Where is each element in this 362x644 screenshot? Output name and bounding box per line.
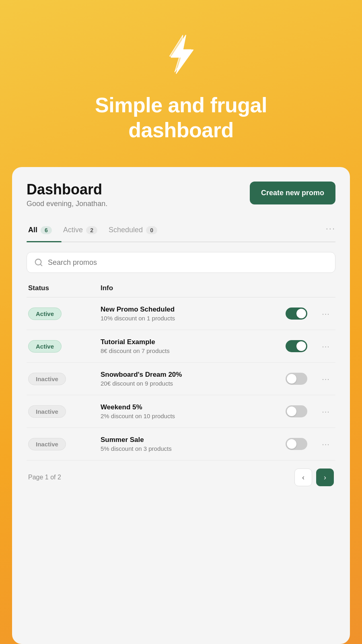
card-title: Dashboard [27, 182, 107, 198]
promo-row: Inactive Summer Sale 5% discount on 3 pr… [27, 428, 335, 460]
col-toggle-header [286, 284, 318, 292]
toggle-knob [287, 439, 296, 449]
prev-page-button[interactable]: ‹ [294, 469, 312, 486]
promo-list: Active New Promo Scheduled 10% discount … [27, 297, 335, 460]
tab-all-label: All [28, 226, 37, 234]
search-icon [34, 258, 43, 267]
promo-info: Summer Sale 5% discount on 3 products [101, 436, 286, 452]
promo-status-badge: Inactive [28, 438, 101, 450]
status-badge: Active [28, 340, 62, 353]
status-badge: Inactive [28, 373, 66, 385]
pagination-label: Page 1 of 2 [28, 474, 61, 481]
col-actions-header [318, 284, 334, 292]
promo-status-badge: Inactive [28, 405, 101, 418]
status-badge: Active [28, 308, 62, 320]
lightning-icon [163, 32, 199, 76]
pagination-bar: Page 1 of 2 ‹ › [27, 460, 335, 496]
dashboard-card: Dashboard Good evening, Jonathan. Create… [12, 167, 350, 644]
tabs-bar: All 6 Active 2 Scheduled 0 ··· [27, 221, 335, 242]
promo-row: Inactive Weekend 5% 2% discount on 10 pr… [27, 395, 335, 428]
promo-name: New Promo Scheduled [101, 305, 286, 314]
tabs-more-button[interactable]: ··· [326, 223, 335, 239]
promo-info: New Promo Scheduled 10% discount on 1 pr… [101, 305, 286, 322]
hero-title: Simple and frugal dashboard [95, 93, 267, 143]
card-header: Dashboard Good evening, Jonathan. Create… [27, 182, 335, 208]
pagination-buttons: ‹ › [294, 469, 334, 486]
tab-all[interactable]: All 6 [27, 221, 62, 242]
promo-info: Tutorial Example 8€ discount on 7 produc… [101, 338, 286, 354]
promo-status-badge: Inactive [28, 373, 101, 385]
promo-info: Weekend 5% 2% discount on 10 products [101, 403, 286, 419]
tab-scheduled[interactable]: Scheduled 0 [107, 221, 167, 242]
tab-active-label: Active [63, 226, 83, 234]
toggle-knob [296, 341, 306, 351]
status-badge: Inactive [28, 405, 66, 418]
create-promo-button[interactable]: Create new promo [250, 182, 335, 204]
search-box [27, 252, 335, 273]
status-badge: Inactive [28, 438, 66, 450]
promo-description: 10% discount on 1 products [101, 315, 286, 322]
tab-active-badge: 2 [86, 226, 97, 234]
toggle-knob [296, 309, 306, 318]
promo-more-button[interactable]: ··· [318, 374, 334, 384]
svg-line-1 [40, 264, 42, 266]
promo-toggle-cell [286, 405, 318, 417]
col-status-header: Status [28, 284, 101, 292]
card-title-block: Dashboard Good evening, Jonathan. [27, 182, 107, 208]
table-header: Status Info [27, 284, 335, 297]
promo-row: Active Tutorial Example 8€ discount on 7… [27, 330, 335, 363]
promo-description: 2% discount on 10 products [101, 413, 286, 419]
promo-more-button[interactable]: ··· [318, 407, 334, 416]
promo-row: Inactive Snowboard's Dream 20% 20€ disco… [27, 363, 335, 395]
promo-toggle[interactable] [286, 438, 307, 450]
tab-all-badge: 6 [41, 226, 52, 234]
promo-more-button[interactable]: ··· [318, 440, 334, 449]
promo-more-button[interactable]: ··· [318, 309, 334, 318]
promo-toggle[interactable] [286, 373, 307, 385]
promo-row: Active New Promo Scheduled 10% discount … [27, 297, 335, 330]
next-page-button[interactable]: › [316, 469, 334, 486]
promo-name: Weekend 5% [101, 403, 286, 411]
search-input[interactable] [48, 258, 328, 267]
promo-toggle-cell [286, 373, 318, 385]
promo-name: Tutorial Example [101, 338, 286, 346]
promo-name: Summer Sale [101, 436, 286, 444]
promo-name: Snowboard's Dream 20% [101, 371, 286, 379]
tab-active[interactable]: Active 2 [62, 221, 107, 242]
promo-more-button[interactable]: ··· [318, 342, 334, 351]
promo-toggle[interactable] [286, 308, 307, 320]
card-subtitle: Good evening, Jonathan. [27, 200, 107, 208]
promo-status-badge: Active [28, 340, 101, 353]
promo-toggle-cell [286, 308, 318, 320]
promo-description: 20€ discount on 9 products [101, 380, 286, 387]
promo-description: 8€ discount on 7 products [101, 347, 286, 354]
tab-scheduled-label: Scheduled [109, 226, 143, 234]
promo-description: 5% discount on 3 products [101, 445, 286, 452]
tab-scheduled-badge: 0 [146, 226, 157, 234]
col-info-header: Info [101, 284, 286, 292]
toggle-knob [287, 374, 296, 384]
promo-status-badge: Active [28, 308, 101, 320]
promo-info: Snowboard's Dream 20% 20€ discount on 9 … [101, 371, 286, 387]
toggle-knob [287, 407, 296, 416]
promo-toggle[interactable] [286, 340, 307, 352]
promo-toggle[interactable] [286, 405, 307, 417]
promo-toggle-cell [286, 438, 318, 450]
hero-section: Simple and frugal dashboard [0, 0, 362, 167]
promo-toggle-cell [286, 340, 318, 352]
